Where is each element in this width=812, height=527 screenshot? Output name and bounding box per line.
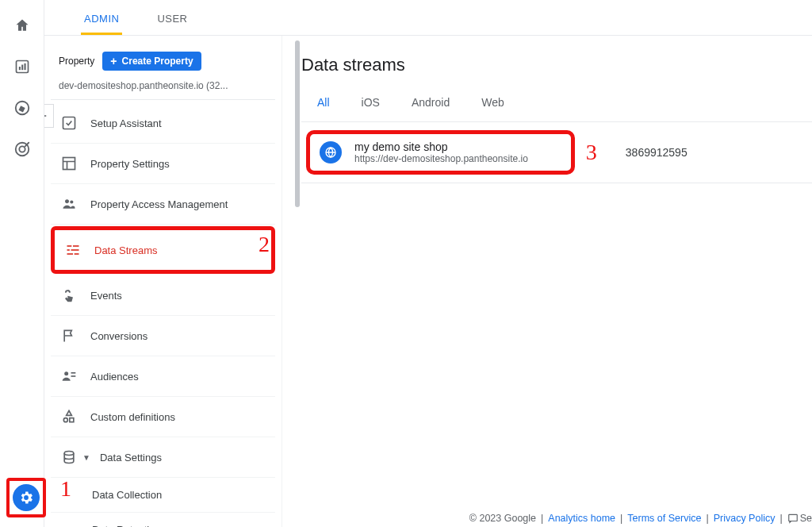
svg-rect-3: [24, 63, 25, 70]
svg-rect-14: [71, 249, 79, 251]
nav-property-access[interactable]: Property Access Management: [51, 184, 275, 225]
nav-list: Setup Assistant Property Settings Proper…: [51, 103, 275, 527]
nav-events[interactable]: Events: [51, 275, 275, 316]
nav-setup-assistant[interactable]: Setup Assistant: [51, 103, 275, 144]
footer-privacy[interactable]: Privacy Policy: [714, 513, 776, 524]
create-property-label: Create Property: [122, 56, 193, 67]
page-title: Data streams: [301, 55, 812, 75]
svg-point-10: [70, 200, 73, 203]
nav-label: Custom definitions: [90, 411, 175, 423]
svg-rect-8: [63, 158, 75, 170]
nav-data-streams[interactable]: Data Streams: [51, 226, 275, 274]
nav-label: Property Settings: [90, 158, 170, 170]
stream-name: my demo site shop: [354, 140, 528, 153]
svg-rect-7: [63, 117, 75, 129]
svg-point-6: [19, 146, 25, 152]
advertising-icon[interactable]: [13, 140, 32, 159]
home-icon[interactable]: [13, 16, 32, 35]
streams-icon: [64, 241, 82, 259]
svg-rect-15: [67, 253, 74, 255]
gear-icon: [18, 490, 34, 506]
svg-point-22: [64, 452, 74, 456]
admin-gear-button[interactable]: [13, 484, 40, 511]
nav-label: Data Retention: [92, 524, 161, 527]
nav-custom-definitions[interactable]: Custom definitions: [51, 397, 275, 437]
explore-icon[interactable]: [13, 98, 32, 117]
content-area: ADMIN USER Property + Create Property de…: [44, 0, 812, 527]
nav-label: Setup Assistant: [90, 117, 162, 129]
nav-label: Data Collection: [92, 489, 162, 501]
svg-point-17: [64, 371, 68, 375]
tab-user[interactable]: USER: [154, 6, 190, 35]
footer-terms[interactable]: Terms of Service: [627, 513, 701, 524]
nav-label: Conversions: [90, 330, 147, 342]
audiences-icon: [60, 367, 78, 385]
stream-filter-tabs: All iOS Android Web: [301, 93, 812, 122]
svg-rect-21: [70, 418, 74, 422]
flag-icon: [60, 327, 78, 344]
nav-label: Data Streams: [94, 244, 157, 256]
footer-analytics-home[interactable]: Analytics home: [548, 513, 615, 524]
check-icon: [60, 114, 78, 132]
tab-admin[interactable]: ADMIN: [81, 6, 122, 35]
svg-rect-18: [71, 372, 76, 374]
svg-rect-24: [788, 514, 797, 521]
stream-url: https://dev-demositeshop.pantheonsite.io: [354, 153, 528, 164]
footer: © 2023 Google | Analytics home | Terms o…: [469, 513, 812, 524]
svg-rect-1: [18, 67, 20, 70]
svg-rect-19: [71, 375, 76, 377]
nav-label: Data Settings: [100, 452, 162, 464]
admin-gear-container: [6, 478, 46, 517]
annotation-highlight-1: [6, 478, 46, 517]
create-property-button[interactable]: + Create Property: [102, 52, 201, 71]
nav-conversions[interactable]: Conversions: [51, 316, 275, 356]
svg-rect-16: [75, 253, 79, 255]
left-rail: [0, 0, 44, 527]
globe-icon: [320, 141, 342, 163]
chevron-down-icon: ▼: [82, 453, 90, 462]
filter-ios[interactable]: iOS: [362, 93, 380, 112]
svg-rect-13: [67, 249, 70, 251]
back-button[interactable]: [44, 104, 54, 128]
filter-all[interactable]: All: [317, 93, 330, 112]
top-tabs: ADMIN USER: [44, 0, 812, 36]
footer-copyright: © 2023 Google: [469, 513, 536, 524]
nav-audiences[interactable]: Audiences: [51, 356, 275, 397]
nav-property-settings[interactable]: Property Settings: [51, 144, 275, 184]
arrow-left-icon: [44, 109, 49, 123]
stream-id: 3869912595: [626, 146, 688, 159]
nav-data-retention[interactable]: Data Retention: [51, 513, 275, 527]
filter-web[interactable]: Web: [481, 93, 504, 112]
admin-nav: Property + Create Property dev-demosites…: [44, 36, 282, 527]
property-name[interactable]: dev-demositeshop.pantheonsite.io (32...: [51, 77, 275, 100]
annotation-3: 3: [586, 140, 597, 165]
plus-icon: +: [110, 55, 117, 67]
svg-rect-12: [73, 245, 79, 247]
svg-rect-2: [21, 65, 23, 71]
property-header: Property + Create Property: [51, 52, 275, 77]
nav-label: Events: [90, 290, 122, 302]
svg-point-9: [65, 199, 69, 203]
filter-android[interactable]: Android: [412, 93, 450, 112]
feedback-icon[interactable]: Se: [787, 513, 812, 524]
main-panel: Data streams All iOS Android Web my demo…: [282, 36, 812, 527]
property-label: Property: [59, 56, 94, 67]
svg-point-20: [63, 418, 67, 422]
tap-icon: [60, 287, 78, 304]
nav-label: Audiences: [90, 371, 139, 383]
database-icon: [60, 448, 78, 466]
svg-rect-11: [67, 245, 72, 247]
stream-row[interactable]: my demo site shop https://dev-demositesh…: [301, 122, 812, 183]
nav-data-collection[interactable]: Data Collection: [51, 478, 275, 513]
nav-label: Property Access Management: [90, 198, 228, 210]
layout-icon: [60, 155, 78, 172]
shapes-icon: [60, 408, 78, 425]
stream-info: my demo site shop https://dev-demositesh…: [354, 140, 528, 164]
nav-data-settings[interactable]: ▼ Data Settings: [51, 437, 275, 478]
annotation-highlight-3: my demo site shop https://dev-demositesh…: [306, 130, 575, 175]
reports-icon[interactable]: [13, 57, 32, 76]
people-icon: [60, 195, 78, 213]
body: Property + Create Property dev-demosites…: [44, 36, 812, 527]
